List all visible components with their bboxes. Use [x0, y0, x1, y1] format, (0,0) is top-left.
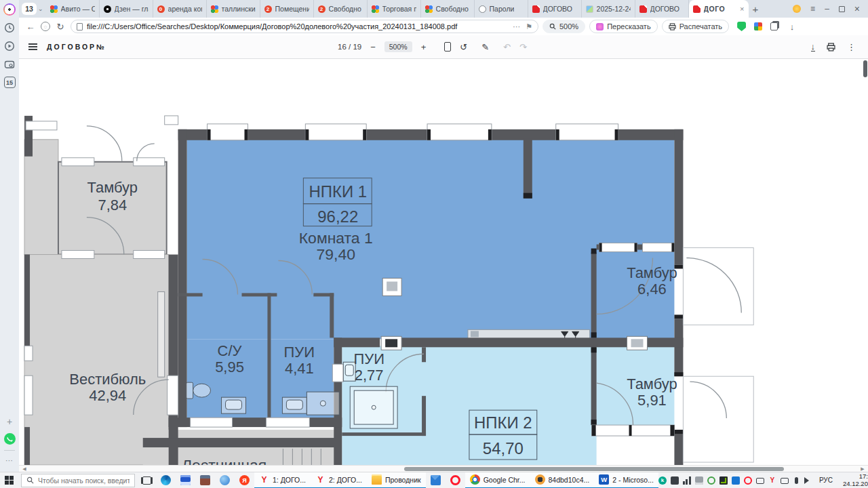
horizontal-scrollbar-thumb[interactable] — [404, 467, 784, 471]
fit-page-icon[interactable] — [444, 42, 451, 52]
taskbar-search-input[interactable] — [38, 476, 130, 485]
bookmark-icon[interactable]: ⚑ — [526, 22, 532, 31]
url-field[interactable]: ⋯⚑ — [71, 20, 538, 33]
signal-tray-icon[interactable] — [683, 476, 691, 485]
shield-tray-icon[interactable] — [707, 476, 715, 485]
horizontal-scrollbar[interactable]: ◀ ▶ — [19, 465, 868, 472]
yandex-window-2-button[interactable]: Y2: ДОГО... — [311, 472, 367, 488]
draw-icon[interactable]: ✎ — [481, 43, 489, 52]
address-bar-actions: ↓ — [737, 22, 798, 31]
chrome-button[interactable]: Google Chr... — [465, 472, 530, 488]
reload-icon[interactable]: ↻ — [54, 22, 66, 31]
window-label: Проводник — [385, 476, 421, 484]
protect-shield-icon[interactable] — [737, 22, 746, 31]
pdf-zoom-level[interactable]: 500% — [384, 41, 412, 52]
task-view-button[interactable] — [138, 472, 156, 488]
download-icon[interactable]: ↓ — [811, 42, 816, 52]
tab-dogovor-1[interactable]: ДОГОВО — [528, 0, 582, 18]
gift-icon[interactable] — [793, 5, 801, 13]
new-tab-button[interactable]: + — [753, 4, 759, 14]
collections-icon[interactable] — [770, 22, 778, 30]
opera-tray-icon[interactable] — [744, 476, 752, 485]
antivirus-tray-icon[interactable]: k — [658, 476, 667, 485]
cad-document-button[interactable]: 84dbd10c4... — [530, 472, 595, 488]
maximize-button[interactable] — [839, 6, 845, 12]
tab-svobodno-1[interactable]: 2Свободно — [314, 0, 368, 18]
tab-avito[interactable]: Авито — О — [46, 0, 100, 18]
browser-menu-icon[interactable]: ≡ — [810, 5, 815, 13]
taskbar-clock[interactable]: 17:08 24.12.2025 — [840, 473, 868, 487]
badge-favicon: 2 — [264, 5, 272, 13]
language-indicator[interactable]: РУС — [816, 476, 835, 484]
screenshot-icon[interactable] — [3, 58, 16, 70]
calendar-icon[interactable]: 15 — [4, 77, 16, 88]
add-panel-icon[interactable]: + — [3, 415, 16, 428]
redo-icon[interactable]: ↷ — [519, 43, 527, 52]
retell-icon — [596, 23, 604, 30]
pdf-outline-icon[interactable] — [28, 43, 37, 50]
yandex-window-1-button[interactable]: Y1: ДОГО... — [254, 472, 311, 488]
word-button[interactable]: W2 - Microso... — [594, 472, 658, 488]
play-icon[interactable] — [3, 40, 16, 52]
history-icon[interactable] — [3, 22, 16, 34]
printer-icon — [669, 23, 676, 30]
zoom-in-icon[interactable]: + — [421, 43, 427, 52]
whatsapp-icon[interactable] — [4, 433, 16, 445]
tab-close-icon[interactable]: × — [740, 5, 744, 13]
url-input[interactable] — [87, 22, 509, 30]
tab-dogovor-active[interactable]: ДОГО× — [689, 0, 749, 18]
explorer-button[interactable]: Проводник — [367, 472, 426, 488]
vertical-scrollbar-thumb[interactable] — [863, 60, 867, 77]
start-button[interactable] — [0, 472, 18, 488]
minimize-button[interactable]: – — [825, 5, 829, 13]
back-icon[interactable]: ← — [24, 22, 37, 31]
rotate-icon[interactable]: ↺ — [460, 43, 467, 52]
toolbox-button[interactable] — [195, 472, 215, 488]
tab-torgovaya[interactable]: Торговая п — [368, 0, 421, 18]
browser-globe-button[interactable] — [215, 472, 235, 488]
tab-dzen[interactable]: Дзен — гла — [100, 0, 153, 18]
tab-list-chevron-icon[interactable]: ⌄ — [38, 5, 43, 12]
window-label: 84dbd10c4... — [549, 476, 590, 484]
save-app-button[interactable] — [176, 472, 195, 488]
tab-tallinski[interactable]: таллински — [207, 0, 260, 18]
display-tray-icon[interactable] — [756, 478, 764, 484]
zoom-indicator[interactable]: 500% — [542, 20, 585, 33]
scanner-tray-icon[interactable] — [695, 476, 703, 485]
remote-display-tray-icon[interactable] — [781, 478, 789, 484]
yandex-button[interactable]: Я — [235, 472, 254, 488]
microphone-tray-icon[interactable] — [795, 477, 798, 484]
retell-button[interactable]: Пересказать — [589, 20, 658, 33]
tab-arenda[interactable]: 0аренда ком — [153, 0, 207, 18]
opera-button[interactable] — [446, 472, 465, 488]
zoom-out-icon[interactable]: − — [370, 43, 376, 52]
sidebar-more-icon[interactable]: ⋯ — [5, 456, 14, 465]
print-page-button[interactable]: Распечатать — [662, 20, 729, 33]
mail-button[interactable] — [426, 472, 446, 488]
tab-pomeshen[interactable]: 2Помещени — [260, 0, 314, 18]
tab-dogovor-2[interactable]: ДОГОВО — [635, 0, 689, 18]
blue-app-tray-icon[interactable] — [732, 476, 740, 485]
nvidia-tray-icon[interactable] — [719, 476, 728, 485]
site-badge-icon[interactable]: ◌ — [41, 22, 50, 31]
alice-icon[interactable] — [3, 3, 16, 16]
close-window-button[interactable]: × — [854, 4, 860, 14]
taskbar-search[interactable] — [21, 474, 135, 487]
tab-screenshot-2025[interactable]: 2025-12-24 — [582, 0, 635, 18]
edge-button[interactable] — [156, 472, 176, 488]
downloads-icon[interactable]: ↓ — [786, 22, 798, 31]
search-icon — [26, 476, 34, 484]
tab-paroli[interactable]: Пароли — [475, 0, 528, 18]
tab-count-button[interactable]: 13 — [22, 3, 37, 15]
more-menu-icon[interactable]: ⋮ — [847, 43, 856, 52]
badge-favicon: 0 — [157, 5, 165, 13]
speaker-tray-icon[interactable] — [804, 477, 812, 484]
extensions-icon[interactable] — [754, 22, 762, 30]
print-icon[interactable] — [827, 43, 835, 52]
camera-tray-icon[interactable] — [671, 476, 679, 485]
undo-icon[interactable]: ↶ — [503, 43, 511, 52]
avito-favicon — [211, 5, 218, 13]
yandex-tray-icon[interactable]: Y — [768, 476, 776, 485]
url-more-icon[interactable]: ⋯ — [513, 22, 520, 31]
tab-svobodno-2[interactable]: Свободно — [421, 0, 475, 18]
